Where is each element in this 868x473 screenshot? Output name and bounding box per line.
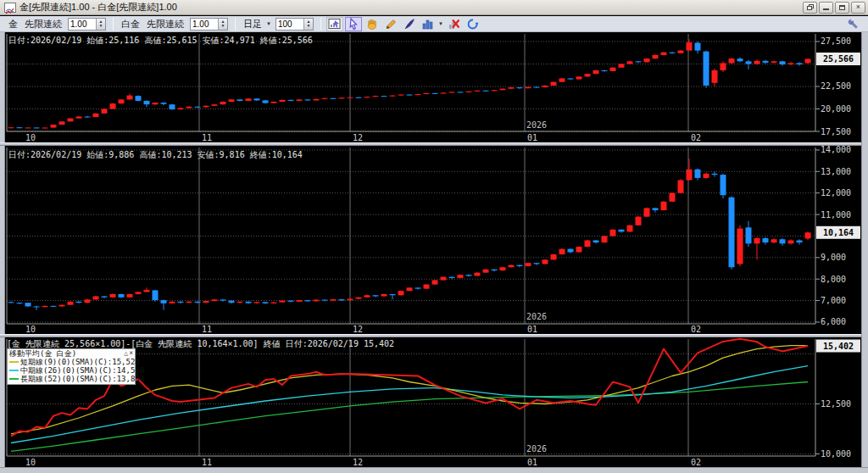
- wrench-icon: [847, 18, 860, 31]
- svg-text:12: 12: [353, 458, 363, 467]
- mid-ma-swatch: [9, 370, 19, 371]
- panel-splitter[interactable]: [0, 142, 861, 146]
- minimize-icon: [823, 5, 829, 10]
- svg-text:6,000: 6,000: [821, 317, 846, 326]
- instrument1-multiplier-spinner[interactable]: 1.00 ▲▼: [68, 18, 106, 31]
- chart-pointer-icon: [328, 18, 342, 31]
- left-window-edge: [0, 32, 5, 467]
- svg-text:12,500: 12,500: [821, 399, 851, 409]
- legend-row-mid-ma: 中期線(26)(0)(SMA)(C):14,518: [9, 366, 133, 375]
- refresh-button[interactable]: [465, 17, 481, 31]
- svg-text:10,000: 10,000: [821, 449, 851, 459]
- svg-text:10: 10: [25, 325, 36, 334]
- long-ma-swatch: [9, 378, 19, 380]
- legend-collapse-icon[interactable]: △: [124, 349, 128, 358]
- svg-text:12: 12: [353, 133, 363, 142]
- svg-text:22,500: 22,500: [821, 81, 851, 91]
- chevron-down-icon[interactable]: ▼: [266, 21, 271, 26]
- svg-text:10: 10: [25, 133, 36, 142]
- svg-text:11: 11: [202, 133, 212, 142]
- hand-pan-button[interactable]: [364, 17, 381, 31]
- svg-text:12,000: 12,000: [821, 188, 851, 198]
- svg-text:7,000: 7,000: [821, 296, 846, 305]
- instrument2-label: 白金: [121, 18, 140, 31]
- settings-button[interactable]: [845, 17, 862, 31]
- long-ma-label: 長期線(52)(0)(SMA)(C):13,834: [20, 375, 144, 383]
- svg-text:15,402: 15,402: [823, 342, 854, 351]
- short-ma-swatch: [9, 361, 19, 363]
- spinner-arrows-icon[interactable]: ▲▼: [218, 19, 227, 30]
- svg-text:2026: 2026: [526, 120, 547, 130]
- select-cursor-button[interactable]: [345, 17, 362, 31]
- pencil-icon: [384, 18, 398, 31]
- delete-indicator-icon: [448, 18, 461, 31]
- float-window-button[interactable]: [803, 2, 817, 14]
- svg-text:02: 02: [691, 133, 701, 142]
- quill-draw-button[interactable]: [401, 17, 418, 31]
- refresh-icon: [466, 18, 480, 31]
- svg-text:01: 01: [527, 133, 537, 142]
- svg-text:13,000: 13,000: [821, 167, 851, 176]
- svg-text:8,000: 8,000: [821, 275, 846, 284]
- maximize-icon: [839, 5, 845, 10]
- svg-text:02: 02: [691, 325, 701, 334]
- maximize-button[interactable]: [835, 2, 849, 14]
- chart-pointer-button[interactable]: [326, 17, 343, 31]
- short-ma-label: 短期線(9)(0)(SMA)(C):15,524: [20, 358, 140, 366]
- instrument1-multiplier-value[interactable]: 1.00: [69, 19, 96, 30]
- moving-average-legend[interactable]: 移動平均(金 白金) △ × 短期線(9)(0)(SMA)(C):15,524 …: [7, 348, 136, 385]
- close-button[interactable]: ×: [851, 2, 865, 14]
- svg-text:11,000: 11,000: [821, 210, 851, 220]
- legend-row-long-ma: 長期線(52)(0)(SMA)(C):13,834: [9, 375, 133, 383]
- period-dropdown[interactable]: 日足: [243, 18, 262, 31]
- svg-text:12: 12: [353, 325, 363, 334]
- svg-text:20,000: 20,000: [821, 104, 851, 114]
- spinner-arrows-icon[interactable]: ▲▼: [96, 19, 105, 30]
- svg-text:10,164: 10,164: [823, 228, 854, 237]
- svg-text:2026: 2026: [526, 444, 547, 454]
- delete-indicator-button[interactable]: [446, 17, 463, 31]
- legend-close-icon[interactable]: ×: [129, 349, 133, 358]
- gold-daily-panel[interactable]: 17,50020,00022,50027,5001011120102202625…: [7, 34, 860, 142]
- chart-area: 17,50020,00022,50027,5001011120102202625…: [0, 32, 868, 467]
- titlebar: 金[先限連続]1.00 - 白金[先限連続]1.00 ×: [0, 0, 868, 15]
- chart-type-dropdown-icon[interactable]: ▼: [438, 21, 443, 26]
- chart-type-button[interactable]: [420, 17, 437, 31]
- minimize-button[interactable]: [819, 2, 833, 14]
- bar-count-spinner[interactable]: 100 ▲▼: [275, 18, 314, 31]
- svg-text:01: 01: [527, 458, 537, 467]
- svg-text:27,500: 27,500: [821, 36, 851, 46]
- svg-text:14,000: 14,000: [821, 145, 851, 154]
- hand-pan-icon: [365, 18, 379, 31]
- right-window-edge: [861, 32, 868, 467]
- float-window-icon: [807, 4, 814, 10]
- charts-canvas[interactable]: 17,50020,00022,50027,5001011120102202625…: [0, 32, 868, 468]
- svg-text:02: 02: [691, 458, 701, 467]
- toolbar-separator: [235, 18, 236, 31]
- toolbar: 金 先限連続 1.00 ▲▼ 白金 先限連続 1.00 ▲▼ 日足 ▼ 100 …: [0, 16, 868, 32]
- svg-text:11: 11: [202, 325, 212, 334]
- svg-text:11: 11: [202, 458, 212, 467]
- gold-ohlc-readout: 日付:2026/02/19 始値:25,116 高値:25,615 安値:24,…: [8, 35, 313, 47]
- svg-text:25,566: 25,566: [823, 54, 854, 64]
- bottom-window-edge: [0, 467, 868, 473]
- bar-chart-icon: [421, 18, 435, 31]
- svg-text:17,500: 17,500: [821, 127, 851, 136]
- bar-count-value[interactable]: 100: [276, 19, 303, 30]
- instrument2-multiplier-value[interactable]: 1.00: [191, 19, 218, 30]
- svg-text:01: 01: [527, 325, 537, 334]
- toolbar-separator: [320, 18, 321, 31]
- platinum-ohlc-readout: 日付:2026/02/19 始値:9,886 高値:10,213 安値:9,81…: [8, 149, 303, 161]
- pencil-draw-button[interactable]: [382, 17, 399, 31]
- instrument2-multiplier-spinner[interactable]: 1.00 ▲▼: [190, 18, 228, 31]
- select-cursor-icon: [347, 18, 360, 31]
- mid-ma-label: 中期線(26)(0)(SMA)(C):14,518: [20, 366, 144, 375]
- svg-text:9,000: 9,000: [821, 253, 846, 262]
- svg-text:10: 10: [25, 458, 36, 467]
- platinum-daily-panel[interactable]: 6,0007,0008,0009,00011,00012,00013,00014…: [7, 145, 860, 334]
- instrument2-series-label: 先限連続: [147, 18, 184, 31]
- legend-title: 移動平均(金 白金): [9, 349, 76, 358]
- panel-splitter[interactable]: [0, 334, 861, 337]
- spinner-arrows-icon[interactable]: ▲▼: [303, 19, 313, 30]
- chart-window: 金[先限連続]1.00 - 白金[先限連続]1.00 × 金 先限連続 1.00…: [0, 0, 868, 473]
